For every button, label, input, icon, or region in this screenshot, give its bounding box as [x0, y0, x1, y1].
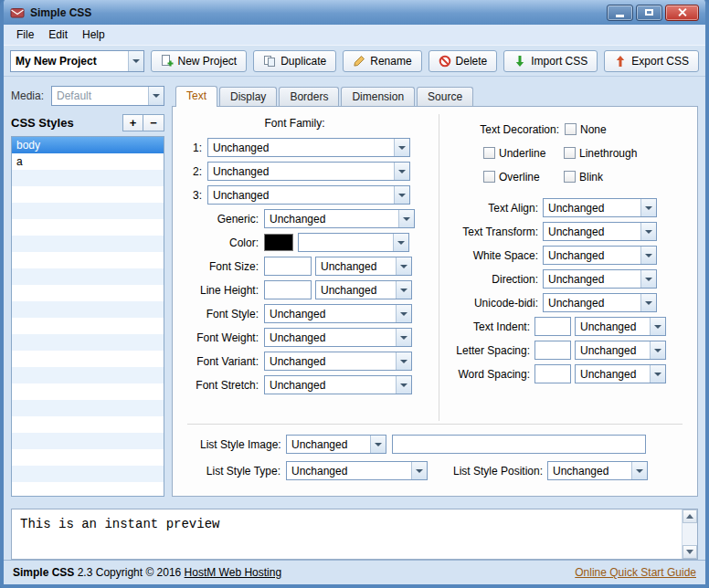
tab-text[interactable]: Text	[175, 86, 217, 107]
scroll-down-button[interactable]	[683, 545, 697, 559]
select-value: Unchanged	[544, 202, 640, 215]
list-style-image-url-input[interactable]	[392, 435, 646, 454]
scroll-up-button[interactable]	[683, 509, 697, 523]
arrow-up-icon	[686, 514, 693, 519]
sidebar: Media: Default CSS Styles + − body a	[11, 86, 164, 497]
checkbox-box[interactable]	[565, 123, 577, 135]
rename-button[interactable]: Rename	[343, 50, 421, 72]
export-css-icon	[614, 55, 627, 68]
minimize-button[interactable]	[607, 5, 633, 21]
letter-spacing-input[interactable]	[534, 341, 571, 360]
line-height-input[interactable]	[264, 280, 312, 299]
line-height-unit-select[interactable]: Unchanged	[315, 280, 412, 299]
text-indent-unit-select[interactable]: Unchanged	[575, 317, 666, 336]
new-project-button[interactable]: New Project	[151, 50, 248, 72]
checkbox-linethrough[interactable]: Linethrough	[564, 147, 637, 160]
css-styles-list[interactable]: body a	[11, 136, 164, 497]
select-value: Unchanged	[287, 438, 370, 451]
checkbox-underline[interactable]: Underline	[483, 147, 564, 160]
tab-dimension[interactable]: Dimension	[341, 87, 415, 106]
color-swatch[interactable]	[264, 234, 293, 251]
checkbox-box[interactable]	[564, 147, 576, 159]
checkbox-none[interactable]: None	[565, 123, 607, 136]
menu-help[interactable]: Help	[75, 25, 112, 45]
status-app-name: Simple CSS	[13, 566, 74, 579]
white-space-select[interactable]: Unchanged	[543, 246, 657, 265]
list-item-a[interactable]: a	[12, 153, 164, 170]
chevron-down-icon	[396, 329, 411, 346]
new-project-icon	[161, 55, 174, 68]
chevron-down-icon	[650, 318, 665, 335]
export-css-button[interactable]: Export CSS	[604, 50, 699, 72]
checkbox-overline[interactable]: Overline	[483, 171, 564, 184]
decoration-row-3: Overline Blink	[439, 167, 697, 186]
tab-borders[interactable]: Borders	[279, 87, 339, 106]
font-size-input[interactable]	[264, 257, 312, 276]
unicode-bidi-select[interactable]: Unchanged	[543, 293, 657, 312]
font-style-select[interactable]: Unchanged	[264, 304, 412, 323]
letter-spacing-unit-select[interactable]: Unchanged	[575, 341, 666, 360]
select-value: Unchanged	[265, 355, 396, 368]
list-item-body[interactable]: body	[12, 137, 164, 153]
list-style-image-select[interactable]: Unchanged	[286, 435, 386, 454]
generic-label: Generic:	[191, 213, 259, 226]
tab-source[interactable]: Source	[417, 87, 473, 106]
text-indent-input[interactable]	[534, 317, 571, 336]
checkbox-blink[interactable]: Blink	[564, 171, 603, 184]
word-spacing-unit-select[interactable]: Unchanged	[575, 364, 666, 383]
font-variant-select[interactable]: Unchanged	[264, 352, 412, 371]
duplicate-button[interactable]: Duplicate	[253, 50, 336, 72]
checkbox-label: Blink	[579, 171, 603, 184]
font-family-3-select[interactable]: Unchanged	[207, 185, 410, 205]
statusbar: Simple CSS 2.3 Copyright © 2016 HostM We…	[4, 560, 705, 584]
color-select[interactable]	[298, 233, 409, 252]
select-value: Default	[52, 89, 148, 102]
add-style-button[interactable]: +	[122, 114, 143, 131]
font-family-1-select[interactable]: Unchanged	[207, 138, 410, 157]
font-family-2-row: 2: Unchanged	[191, 162, 439, 181]
font-family-2-select[interactable]: Unchanged	[207, 162, 410, 181]
remove-style-button[interactable]: −	[143, 114, 164, 131]
delete-button[interactable]: Delete	[429, 50, 498, 72]
maximize-button[interactable]	[636, 5, 662, 21]
import-css-button[interactable]: Import CSS	[503, 50, 598, 72]
word-spacing-input[interactable]	[534, 364, 571, 383]
checkbox-box[interactable]	[564, 171, 576, 183]
checkbox-box[interactable]	[483, 171, 495, 183]
select-value: Unchanged	[576, 368, 650, 381]
css-styles-title: CSS Styles	[11, 116, 122, 130]
direction-select[interactable]: Unchanged	[543, 269, 657, 289]
font-weight-select[interactable]: Unchanged	[264, 328, 412, 347]
font-weight-row: Font Weight: Unchanged	[191, 328, 439, 347]
checkbox-box[interactable]	[483, 147, 495, 159]
quick-start-guide-link[interactable]: Online Quick Start Guide	[575, 566, 696, 579]
direction-row: Direction: Unchanged	[439, 269, 697, 289]
font-stretch-select[interactable]: Unchanged	[264, 375, 412, 394]
import-css-icon	[513, 55, 526, 68]
chevron-down-icon	[396, 352, 411, 370]
list-style-position-select[interactable]: Unchanged	[547, 461, 648, 480]
chevron-down-icon	[396, 376, 411, 394]
text-decoration-row: Text Decoration: None	[439, 120, 697, 139]
preview-text: This is an instant preview	[20, 517, 219, 531]
media-select[interactable]: Default	[51, 86, 164, 106]
project-selector[interactable]: My New Project	[10, 50, 144, 72]
menu-edit[interactable]: Edit	[41, 25, 75, 45]
select-value: Unchanged	[544, 249, 640, 262]
text-transform-select[interactable]: Unchanged	[543, 222, 657, 241]
text-align-select[interactable]: Unchanged	[543, 198, 657, 217]
close-button[interactable]	[665, 5, 699, 21]
tab-display[interactable]: Display	[219, 87, 277, 106]
preview-scrollbar[interactable]	[682, 509, 697, 559]
button-label: Export CSS	[631, 55, 689, 68]
font-column: Font Family: 1: Unchanged 2: Unchanged	[173, 114, 439, 421]
menu-file[interactable]: File	[9, 25, 41, 45]
list-style-type-select[interactable]: Unchanged	[286, 461, 428, 480]
window-title: Simple CSS	[30, 6, 607, 19]
hostm-link[interactable]: HostM Web Hosting	[185, 566, 281, 579]
select-value: Unchanged	[208, 189, 394, 202]
chevron-down-icon	[394, 186, 409, 204]
font-size-unit-select[interactable]: Unchanged	[315, 257, 412, 276]
font-weight-label: Font Weight:	[191, 331, 259, 344]
generic-select[interactable]: Unchanged	[264, 209, 415, 228]
